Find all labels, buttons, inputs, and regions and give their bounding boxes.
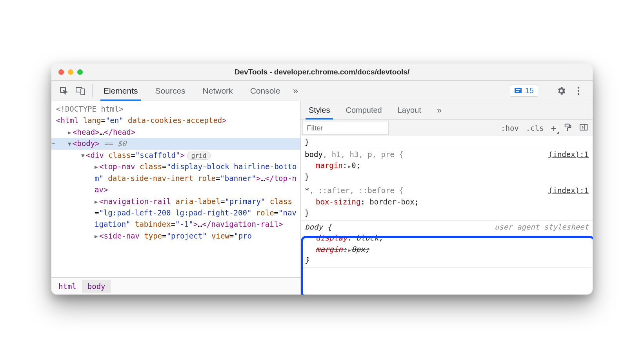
maximize-window-button[interactable]	[77, 69, 83, 75]
tab-network[interactable]: Network	[194, 81, 242, 101]
dom-navrail[interactable]: ▶<navigation-rail aria-label="primary" c…	[51, 196, 300, 230]
hov-toggle[interactable]: :hov	[501, 124, 519, 132]
rule-source-link[interactable]: (index):1	[548, 185, 589, 196]
window-titlebar: DevTools - developer.chrome.com/docs/dev…	[51, 63, 593, 81]
layout-badge-grid[interactable]: grid	[187, 152, 211, 160]
styles-filterbar: :hov .cls +◢	[301, 120, 593, 136]
window-controls	[58, 69, 83, 75]
dom-sidenav[interactable]: ▶<side-nav type="project" view="pro	[51, 230, 300, 242]
svg-rect-2	[81, 89, 85, 95]
styles-pane: Styles Computed Layout » :hov .cls +◢	[301, 101, 593, 295]
main-tabs: Elements Sources Network Console	[95, 81, 289, 101]
issues-badge[interactable]: 15	[510, 85, 538, 97]
styles-filter-input[interactable]	[302, 121, 389, 135]
dom-scaffold[interactable]: ▼<div class="scaffold">grid	[51, 150, 300, 161]
elements-pane: <!DOCTYPE html> <html lang="en" data-coo…	[51, 101, 301, 295]
style-rule-1[interactable]: (index):1 body, h1, h3, p, pre { margin:…	[301, 148, 593, 184]
kebab-menu-icon[interactable]	[573, 85, 584, 96]
svg-rect-9	[565, 124, 569, 127]
rule-source-ua: user agent stylesheet	[495, 221, 589, 233]
content-area: <!DOCTYPE html> <html lang="en" data-coo…	[51, 101, 593, 295]
svg-point-7	[578, 90, 580, 92]
style-rule-user-agent[interactable]: user agent stylesheet body { display: bl…	[301, 221, 593, 268]
rule-source-link[interactable]: (index):1	[548, 149, 589, 160]
breadcrumb-html[interactable]: html	[53, 280, 82, 293]
svg-point-6	[578, 87, 580, 89]
tab-sources[interactable]: Sources	[147, 81, 194, 101]
main-toolbar: Elements Sources Network Console » 15	[51, 81, 593, 101]
svg-point-8	[578, 93, 580, 95]
dom-head[interactable]: ▶<head>…</head>	[51, 127, 300, 138]
dom-tree[interactable]: <!DOCTYPE html> <html lang="en" data-coo…	[51, 101, 300, 277]
svg-rect-4	[516, 89, 520, 90]
inspect-element-icon[interactable]	[58, 85, 69, 96]
toggle-sidebar-icon[interactable]	[579, 123, 588, 133]
style-rule-2[interactable]: (index):1 *, ::after, ::before { box-siz…	[301, 184, 593, 221]
tab-elements[interactable]: Elements	[95, 81, 147, 101]
styles-tab-computed[interactable]: Computed	[338, 101, 389, 119]
svg-rect-5	[516, 91, 519, 92]
breadcrumb: html body	[51, 277, 300, 295]
styles-tab-layout[interactable]: Layout	[390, 101, 429, 119]
window-title: DevTools - developer.chrome.com/docs/dev…	[51, 68, 593, 76]
dom-body-selected[interactable]: ⋯ ▼<body> == $0	[51, 138, 300, 149]
close-window-button[interactable]	[58, 69, 64, 75]
format-brush-icon[interactable]	[564, 123, 572, 133]
more-tabs-icon[interactable]: »	[289, 81, 302, 101]
toolbar-divider	[92, 84, 93, 98]
minimize-window-button[interactable]	[68, 69, 73, 75]
settings-gear-icon[interactable]	[556, 85, 567, 96]
styles-filter-tools: :hov .cls +◢	[389, 120, 593, 136]
dom-doctype[interactable]: <!DOCTYPE html>	[51, 103, 300, 115]
tab-console[interactable]: Console	[242, 81, 289, 101]
toolbar-right: 15	[504, 81, 589, 101]
dom-html-open[interactable]: <html lang="en" data-cookies-accepted>	[51, 115, 300, 126]
issues-count: 15	[525, 86, 534, 95]
styles-tab-styles[interactable]: Styles	[301, 101, 338, 119]
issues-icon	[514, 87, 522, 94]
toolbar-left	[55, 81, 90, 101]
dom-topnav[interactable]: ▶<top-nav class="display-block hairline-…	[51, 161, 300, 195]
styles-rules[interactable]: } (index):1 body, h1, h3, p, pre { margi…	[301, 136, 593, 295]
styles-tabs: Styles Computed Layout »	[301, 101, 593, 120]
svg-rect-10	[580, 124, 587, 130]
cls-toggle[interactable]: .cls	[526, 124, 544, 132]
svg-rect-3	[515, 88, 522, 93]
rule-stub[interactable]: }	[301, 136, 593, 148]
breadcrumb-body[interactable]: body	[82, 280, 111, 293]
gutter-ellipsis-icon[interactable]: ⋯	[51, 138, 56, 149]
device-toggle-icon[interactable]	[75, 85, 86, 96]
devtools-window: DevTools - developer.chrome.com/docs/dev…	[51, 63, 593, 295]
styles-tab-overflow-icon[interactable]: »	[429, 101, 449, 119]
new-rule-plus-icon[interactable]: +◢	[551, 123, 557, 134]
